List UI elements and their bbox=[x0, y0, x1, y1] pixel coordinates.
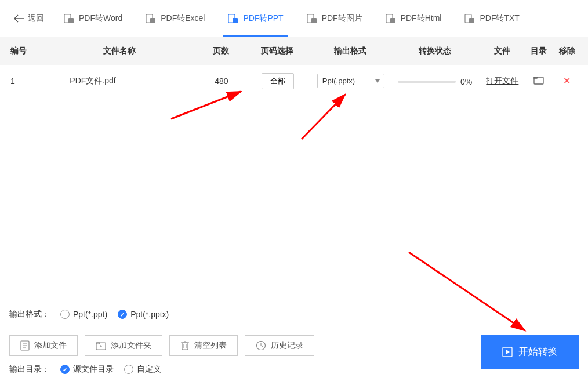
tab-pdf-to-image[interactable]: PDF转图片 bbox=[296, 0, 373, 37]
radio-checked-icon bbox=[118, 310, 127, 319]
add-file-button[interactable]: 添加文件 bbox=[9, 335, 78, 356]
file-ppt-icon bbox=[228, 13, 238, 24]
header-dir: 目录 bbox=[525, 46, 553, 56]
action-label: 添加文件夹 bbox=[111, 340, 151, 351]
folder-add-icon bbox=[96, 341, 106, 350]
header-num: 编号 bbox=[7, 46, 41, 56]
add-folder-button[interactable]: 添加文件夹 bbox=[85, 335, 162, 356]
action-label: 添加文件 bbox=[34, 340, 67, 351]
header-status: 转换状态 bbox=[390, 46, 480, 56]
tab-pdf-to-word[interactable]: PDF转Word bbox=[53, 0, 133, 37]
annotation-arrow-icon bbox=[296, 90, 354, 142]
header-remove: 移除 bbox=[553, 46, 582, 56]
top-tabs: 返回 PDF转Word PDF转Excel PDF转PPT PDF转图片 PDF… bbox=[0, 0, 588, 37]
header-file: 文件 bbox=[480, 46, 525, 56]
radio-custom-dir[interactable]: 自定义 bbox=[124, 364, 161, 375]
tab-pdf-to-txt[interactable]: PDF转TXT bbox=[454, 0, 529, 37]
header-format: 输出格式 bbox=[311, 46, 390, 56]
radio-ppt[interactable]: Ppt(*.ppt) bbox=[60, 310, 107, 319]
header-range: 页码选择 bbox=[244, 46, 311, 56]
file-html-icon bbox=[386, 13, 396, 24]
progress-bar bbox=[398, 81, 456, 83]
tab-label: PDF转图片 bbox=[322, 13, 362, 24]
row-remove: ✕ bbox=[553, 75, 581, 86]
file-txt-icon bbox=[464, 13, 475, 24]
header-pages: 页数 bbox=[198, 46, 244, 56]
play-icon bbox=[502, 347, 513, 357]
output-dir-label: 输出目录： bbox=[9, 364, 50, 375]
output-format-row: 输出格式： Ppt(*.ppt) Ppt(*.pptx) bbox=[9, 304, 579, 324]
svg-rect-1 bbox=[68, 18, 74, 23]
format-selected: Ppt(.pptx) bbox=[322, 77, 355, 85]
svg-rect-3 bbox=[150, 18, 155, 23]
start-convert-button[interactable]: 开始转换 bbox=[481, 335, 579, 369]
arrow-left-icon bbox=[14, 14, 24, 23]
file-image-icon bbox=[307, 13, 317, 24]
file-excel-icon bbox=[146, 13, 156, 24]
radio-icon bbox=[60, 310, 70, 319]
svg-rect-7 bbox=[311, 18, 317, 23]
svg-rect-11 bbox=[469, 18, 474, 23]
tab-label: PDF转TXT bbox=[480, 13, 519, 24]
radio-icon bbox=[124, 365, 133, 374]
header-name: 文件名称 bbox=[41, 46, 198, 56]
radio-checked-icon bbox=[60, 365, 70, 374]
trash-icon bbox=[180, 340, 190, 351]
action-label: 清空列表 bbox=[194, 340, 227, 351]
table-header: 编号 文件名称 页数 页码选择 输出格式 转换状态 文件 目录 移除 bbox=[0, 37, 588, 65]
clear-list-button[interactable]: 清空列表 bbox=[169, 335, 238, 356]
close-icon[interactable]: ✕ bbox=[563, 75, 571, 86]
radio-label: Ppt(*.pptx) bbox=[130, 310, 169, 319]
row-dir bbox=[525, 75, 553, 86]
convert-label: 开始转换 bbox=[518, 345, 558, 358]
file-word-icon bbox=[64, 13, 74, 24]
svg-rect-9 bbox=[390, 18, 395, 23]
radio-source-dir[interactable]: 源文件目录 bbox=[60, 364, 114, 375]
back-button[interactable]: 返回 bbox=[7, 13, 51, 24]
chevron-down-icon bbox=[375, 79, 380, 83]
table-row: 1 PDF文件.pdf 480 全部 Ppt(.pptx) 0% 打开文件 ✕ bbox=[0, 65, 588, 97]
row-range: 全部 bbox=[244, 73, 311, 89]
file-add-icon bbox=[20, 340, 30, 351]
tab-label: PDF转Html bbox=[401, 13, 442, 24]
history-button[interactable]: 历史记录 bbox=[245, 335, 314, 356]
row-status: 0% bbox=[390, 75, 480, 86]
row-num: 1 bbox=[7, 77, 41, 86]
tab-pdf-to-excel[interactable]: PDF转Excel bbox=[135, 0, 215, 37]
clock-icon bbox=[256, 340, 266, 351]
radio-label: 自定义 bbox=[137, 364, 161, 375]
svg-line-30 bbox=[261, 346, 263, 347]
page-range-button[interactable]: 全部 bbox=[262, 73, 294, 89]
tab-label: PDF转Excel bbox=[161, 13, 205, 24]
back-label: 返回 bbox=[28, 13, 44, 24]
bottom-panel: 输出格式： Ppt(*.ppt) Ppt(*.pptx) 添加文件 添加文件夹 … bbox=[0, 296, 588, 385]
format-dropdown[interactable]: Ppt(.pptx) bbox=[317, 74, 384, 88]
action-label: 历史记录 bbox=[271, 340, 303, 351]
tab-label: PDF转PPT bbox=[243, 13, 283, 24]
svg-line-14 bbox=[302, 95, 345, 139]
row-pages: 480 bbox=[199, 77, 244, 86]
progress-percent: 0% bbox=[460, 77, 472, 86]
radio-label: 源文件目录 bbox=[73, 364, 114, 375]
row-file: 打开文件 bbox=[480, 76, 525, 86]
tab-pdf-to-ppt[interactable]: PDF转PPT bbox=[217, 0, 293, 37]
open-file-link[interactable]: 打开文件 bbox=[486, 76, 518, 85]
divider bbox=[9, 328, 579, 328]
tab-pdf-to-html[interactable]: PDF转Html bbox=[375, 0, 452, 37]
tab-label: PDF转Word bbox=[79, 13, 122, 24]
output-format-label: 输出格式： bbox=[9, 309, 50, 319]
radio-pptx[interactable]: Ppt(*.pptx) bbox=[118, 310, 169, 319]
row-format: Ppt(.pptx) bbox=[311, 74, 390, 88]
folder-icon[interactable] bbox=[533, 75, 544, 86]
row-filename: PDF文件.pdf bbox=[41, 76, 199, 86]
svg-rect-5 bbox=[233, 18, 238, 23]
svg-rect-23 bbox=[182, 343, 188, 350]
radio-label: Ppt(*.ppt) bbox=[73, 310, 107, 319]
